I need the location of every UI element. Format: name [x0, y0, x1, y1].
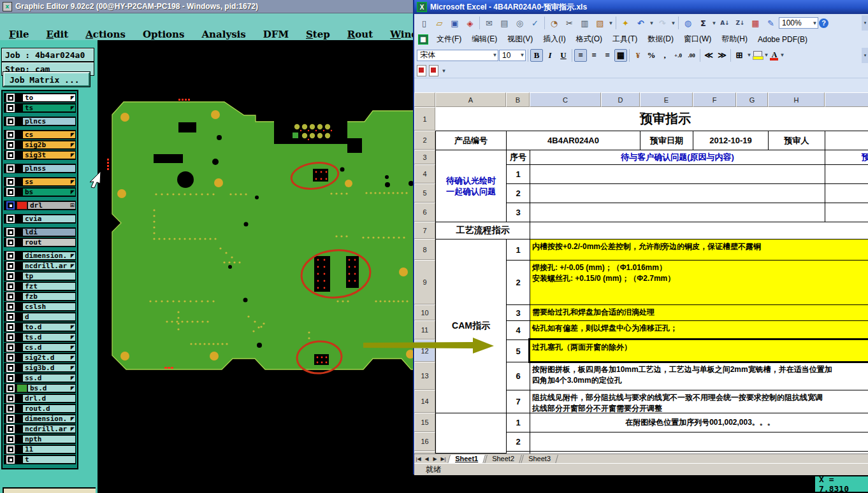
cell-seq-header[interactable]: 序号 [506, 150, 530, 165]
layer-name[interactable]: ss◤ [22, 178, 76, 186]
layer-row-rout.d[interactable]: rout.d [4, 404, 76, 413]
cell-serial-text[interactable]: 在附图绿色位置加序列号001,002,003。。。 [530, 413, 868, 432]
column-header-G[interactable]: G [736, 92, 768, 107]
layer-row-bs[interactable]: bs◤ [4, 187, 76, 197]
cell-b5[interactable]: 2 [506, 183, 530, 203]
layer-name[interactable]: tp [22, 272, 76, 280]
font-name-combo[interactable]: 宋体▼ [417, 50, 498, 61]
layer-checkbox[interactable] [6, 94, 15, 102]
layer-checkbox[interactable] [6, 343, 15, 352]
excel-menu-工具T[interactable]: 工具(T) [607, 32, 642, 46]
layer-checkbox[interactable] [6, 333, 15, 341]
cell-cam-item-2[interactable]: 焊接孔: +/-0.05 (mm)；（Φ1.016mm）安装螺丝孔: +0.15… [530, 260, 868, 305]
cell-process-label[interactable]: 工艺流程指示 [435, 222, 530, 239]
layer-row-drl.d[interactable]: drl.d [4, 394, 76, 403]
align-right-button[interactable]: ≡ [601, 49, 614, 62]
layer-row-cslsh[interactable]: cslsh [4, 302, 76, 311]
next-sheet-button[interactable]: ▶ [431, 456, 439, 462]
cell-reviewer-value[interactable] [825, 131, 868, 150]
layer-row-rout[interactable]: rout [4, 238, 76, 247]
paste-icon[interactable]: ▧ [593, 16, 607, 30]
layer-checkbox[interactable] [6, 435, 15, 443]
worksheet-grid[interactable]: ABCDEFGH12345678910111213141516 预审指示 产品编… [414, 92, 868, 454]
layer-row-sig3b.d[interactable]: sig3b.d◤ [4, 363, 76, 373]
format-painter-icon[interactable]: ✦ [618, 16, 633, 30]
layer-checkbox[interactable] [6, 188, 15, 196]
layer-checkbox[interactable] [6, 252, 15, 260]
row-header-3[interactable]: 3 [414, 150, 435, 164]
layer-name[interactable]: to◤ [22, 94, 76, 102]
underline-button[interactable]: U [557, 49, 570, 62]
row-header-7[interactable]: 7 [414, 222, 435, 239]
toolbar-options-button[interactable]: ▾ [862, 48, 868, 63]
cell-c7[interactable] [530, 222, 868, 239]
layer-row-11[interactable]: 11 [4, 445, 76, 454]
row-header-1[interactable]: 1 [414, 107, 435, 131]
row-header-10[interactable]: 10 [414, 304, 435, 320]
cell-b4[interactable]: 1 [506, 164, 530, 184]
row-header-5[interactable]: 5 [414, 183, 435, 203]
ge-menu-actions[interactable]: Actions [85, 29, 126, 40]
excel-menu-数据D[interactable]: 数据(D) [642, 32, 679, 46]
layer-name[interactable]: ncdrill.ar◤ [22, 425, 76, 433]
cell-reviewer-label[interactable]: 预审人 [768, 131, 825, 150]
layer-row-cs.d[interactable]: cs.d◤ [4, 343, 76, 352]
ge-menu-step[interactable]: Step [306, 29, 330, 40]
layer-row-ncdrill.ar[interactable]: ncdrill.ar◤ [4, 424, 76, 434]
column-header-E[interactable]: E [640, 92, 693, 107]
copy-icon[interactable]: ▥ [577, 16, 592, 30]
convert-to-pdf-email-icon[interactable] [429, 65, 438, 76]
layer-name[interactable]: sig2t.d◤ [22, 354, 76, 362]
cell-product-label[interactable]: 产品编号 [435, 131, 507, 150]
chevron-down-icon[interactable]: ▼ [608, 20, 614, 26]
layer-name[interactable]: rout.d [22, 404, 76, 413]
sort-descending-icon[interactable]: Z↓ [733, 16, 748, 30]
insert-hyperlink-icon[interactable]: ◍ [681, 16, 695, 30]
chart-wizard-icon[interactable]: ▦ [748, 16, 763, 30]
cell-cam-no-6[interactable]: 6 [506, 362, 530, 390]
research-icon[interactable]: ◔ [547, 16, 561, 30]
layer-checkbox[interactable] [6, 313, 15, 321]
ge-menu-dfm[interactable]: DFM [263, 29, 289, 40]
print-icon[interactable]: ▤ [497, 16, 512, 30]
row-header-2[interactable]: 2 [414, 131, 435, 150]
ge-menu-analysis[interactable]: Analysis [201, 29, 245, 40]
excel-titlebar[interactable]: X Microsoft Excel - 4B4AR024A0-预审指示.xls [414, 0, 868, 14]
increase-decimal-button[interactable]: +.0 [672, 49, 684, 62]
layer-row-d[interactable]: d [4, 312, 76, 322]
cell-cam-no-4[interactable]: 4 [506, 320, 530, 340]
layer-row-bs.d[interactable]: bs.d◤ [4, 383, 76, 393]
layer-name[interactable]: fzb [22, 292, 76, 301]
layer-row-sig2t.d[interactable]: sig2t.d◤ [4, 353, 76, 362]
layer-row-ss[interactable]: ss◤ [4, 177, 76, 187]
cell-cam-label[interactable]: CAM指示 [435, 239, 507, 413]
ge-menu-options[interactable]: Options [143, 29, 185, 40]
column-header-i[interactable] [825, 92, 868, 107]
layer-name[interactable]: d [22, 313, 76, 321]
decrease-indent-button[interactable]: ≪ [702, 49, 715, 62]
bold-button[interactable]: B [530, 49, 543, 62]
layer-checkbox[interactable] [6, 303, 15, 311]
row-header-4[interactable]: 4 [414, 164, 435, 183]
layer-checkbox[interactable] [6, 262, 15, 270]
layer-row-plncs[interactable]: plncs [4, 117, 76, 126]
help-icon[interactable]: ? [819, 18, 828, 28]
row-header-16[interactable]: 16 [414, 432, 435, 451]
layer-checkbox[interactable] [6, 164, 15, 173]
layer-row-ss.d[interactable]: ss.d◤ [4, 373, 76, 383]
layer-row-cs[interactable]: cs◤ [4, 130, 76, 139]
layer-name[interactable]: sig3t◤ [22, 151, 76, 159]
layer-name[interactable]: npth [22, 435, 76, 443]
layer-row-t[interactable]: t [4, 455, 76, 464]
layer-name[interactable]: rout [22, 238, 76, 246]
layer-name[interactable]: sig2b◤ [22, 141, 76, 149]
last-sheet-button[interactable]: ▶| [439, 456, 447, 462]
cell-b16[interactable]: 2 [506, 432, 530, 452]
cell-cam-no-5[interactable]: 5 [506, 339, 530, 362]
cell-i6[interactable] [825, 203, 868, 222]
excel-menu-窗口W[interactable]: 窗口(W) [679, 32, 716, 46]
cell-date-value[interactable]: 2012-10-19 [693, 131, 769, 150]
chevron-down-icon[interactable]: ▼ [711, 20, 717, 26]
cell-serial-side[interactable] [435, 413, 507, 454]
cell-cam-item-6[interactable]: 按附图拼板，板四周各加10mm工艺边，工艺边与单板之间2mm宽铣槽，并在适当位置… [530, 362, 868, 390]
